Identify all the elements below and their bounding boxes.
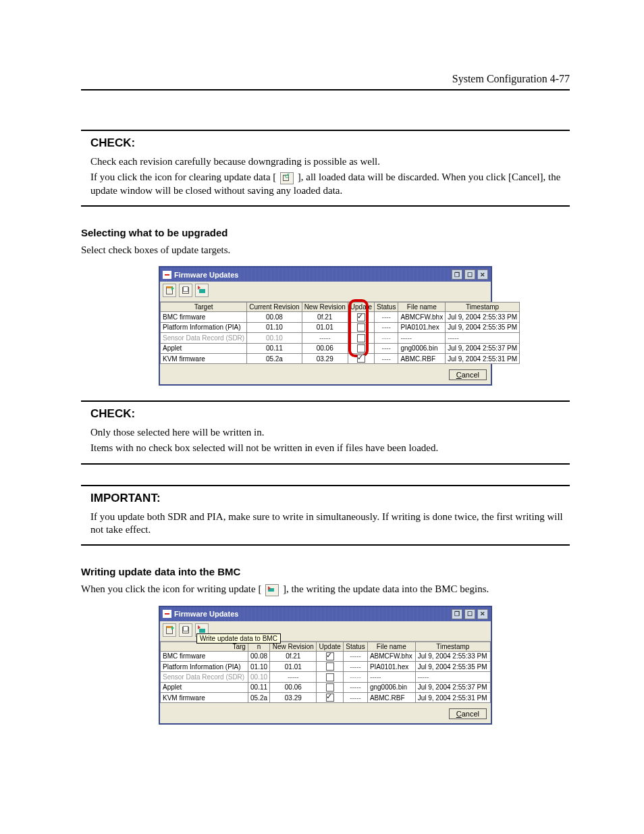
window-titlebar[interactable]: Firmware Updates ❐ ☐ ✕ [160,267,491,282]
update-checkbox[interactable] [357,323,365,332]
maximize-button[interactable]: ☐ [464,269,475,280]
cell-cur: 05.2a [247,353,302,363]
th-file: File name [367,642,415,651]
cell-cur: 01.10 [247,322,302,332]
cell-cur: 00.10 [248,672,269,682]
cell-status: ---- [375,353,398,363]
cell-status: ----- [344,672,368,682]
cell-file: ABMC.RBF [398,353,446,363]
th-update: Update [317,642,344,651]
cell-nrev: 03.29 [302,353,348,363]
firmware-table: Target Current Revision New Revision Upd… [160,302,520,364]
cell-file: gng0006.bin [398,343,446,353]
firmware-table: Targ n New Revision Update Status File n… [160,642,491,704]
important-title: IMPORTANT: [90,492,570,505]
th-ts: Timestamp [415,642,490,651]
window-titlebar[interactable]: Firmware Updates ❐ ☐ ✕ [160,607,491,621]
update-checkbox[interactable] [357,334,365,342]
cell-ts: Jul 9, 2004 2:55:35 PM [415,661,490,671]
cell-file: PIA0101.hex [398,322,446,332]
check-title: CHECK: [90,136,570,150]
table-row: KVM firmware05.2a03.29----ABMC.RBFJul 9,… [161,353,520,363]
update-checkbox[interactable] [326,683,334,692]
window-title: Firmware Updates [174,610,238,618]
th-target: Target [161,303,247,312]
close-button[interactable]: ✕ [477,609,488,619]
update-checkbox[interactable] [357,313,365,321]
cell-target: Applet [161,682,248,692]
cell-ts: ----- [446,333,520,343]
check1-line1: Check each revision carefully because do… [90,155,570,168]
cell-update[interactable] [317,661,344,671]
cell-status: ---- [375,343,398,353]
cell-nrev: ----- [270,672,317,682]
maximize-button[interactable]: ☐ [464,609,475,619]
cell-update[interactable] [348,333,374,343]
cell-status: ----- [344,661,368,671]
app-icon [163,271,171,279]
cell-update[interactable] [317,672,344,682]
clear-data-button[interactable] [179,623,192,637]
cell-cur: 05.2a [248,692,269,702]
clear-update-icon [280,172,294,184]
write-bmc-button[interactable] [195,284,209,297]
th-status: Status [344,642,368,651]
th-update: Update [348,303,374,312]
cell-cur: 00.08 [247,312,302,322]
cell-target: KVM firmware [161,692,248,702]
app-icon [163,610,171,618]
update-checkbox[interactable] [357,355,365,363]
th-status: Status [375,303,398,312]
th-nrev: New Revision [302,303,348,312]
update-checkbox[interactable] [326,652,334,660]
write-bmc-tooltip: Write update data to BMC [196,633,281,644]
cell-update[interactable] [317,651,344,661]
clear-data-button[interactable] [179,284,192,297]
cell-target: KVM firmware [161,353,247,363]
table-row: BMC firmware00.080f.21----ABMCFW.bhxJul … [161,312,520,322]
cell-ts: Jul 9, 2004 2:55:35 PM [446,322,520,332]
cell-update[interactable] [317,692,344,702]
table-row: Sensor Data Record (SDR)00.10-----------… [161,333,520,343]
cell-ts: Jul 9, 2004 2:55:31 PM [446,353,520,363]
update-checkbox[interactable] [326,673,334,681]
cell-file: ----- [367,672,415,682]
cell-target: Platform Information (PIA) [161,322,247,332]
detach-button[interactable]: ❐ [452,609,462,619]
close-button[interactable]: ✕ [477,269,488,280]
cancel-button[interactable]: Cancel [449,369,487,380]
cell-target: Sensor Data Record (SDR) [161,672,248,682]
cell-target: Platform Information (PIA) [161,661,248,671]
update-checkbox[interactable] [357,344,365,353]
cancel-button[interactable]: Cancel [449,708,487,719]
section-write-text: When you click the icon for writing upda… [81,583,570,596]
detach-button[interactable]: ❐ [452,269,462,280]
cell-update[interactable] [348,353,374,363]
update-checkbox[interactable] [326,662,334,671]
cell-status: ----- [344,682,368,692]
update-checkbox[interactable] [326,694,334,702]
cell-ts: Jul 9, 2004 2:55:37 PM [415,682,490,692]
cell-nrev: 00.06 [270,682,317,692]
check1-line2: If you click the icon for clearing updat… [90,171,570,197]
th-file: File name [398,303,446,312]
check-box-1: CHECK: Check each revision carefully bec… [81,130,570,207]
firmware-updates-window-1: Firmware Updates ❐ ☐ ✕ Target Current Re… [159,266,492,386]
open-file-button[interactable] [163,623,176,637]
cell-file: ABMC.RBF [367,692,415,702]
section-upgrade-text: Select check boxes of update targets. [81,244,570,257]
cell-status: ----- [344,692,368,702]
table-row: Sensor Data Record (SDR)00.10-----------… [161,672,491,682]
cell-file: ----- [398,333,446,343]
cell-update[interactable] [317,682,344,692]
cell-nrev: ----- [302,333,348,343]
cell-ts: Jul 9, 2004 2:55:33 PM [446,312,520,322]
cell-update[interactable] [348,322,374,332]
open-file-button[interactable] [163,284,176,297]
check2-title: CHECK: [90,407,570,421]
cell-update[interactable] [348,343,374,353]
cell-cur: 00.11 [248,682,269,692]
cell-cur: 00.08 [248,651,269,661]
cell-update[interactable] [348,312,374,322]
cell-nrev: 03.29 [270,692,317,702]
